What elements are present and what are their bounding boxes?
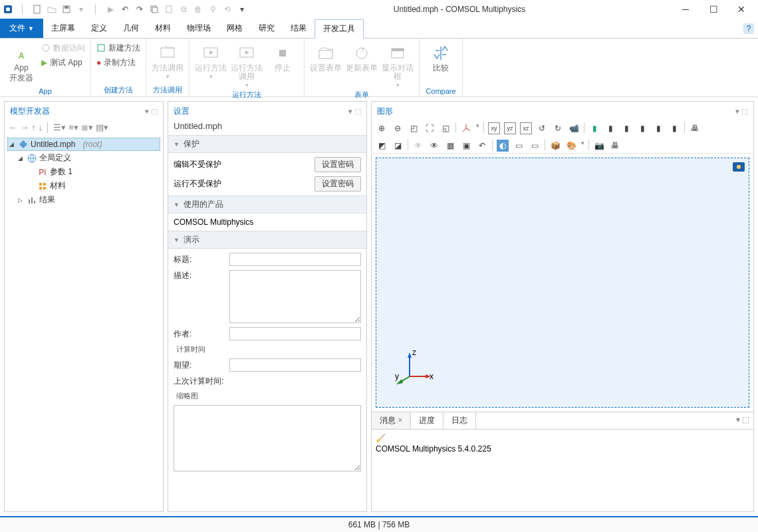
section-protect[interactable]: ▼保护: [168, 135, 366, 153]
tree-root[interactable]: ◢Untitled.mph (root): [7, 138, 160, 151]
tab-messages[interactable]: 消息 ×: [372, 412, 411, 429]
hide-icon[interactable]: 👁: [412, 140, 424, 152]
view-xz-icon[interactable]: xz: [520, 122, 532, 134]
play-icon[interactable]: ▶: [105, 4, 116, 15]
zoom-sel-icon[interactable]: ◱: [440, 122, 451, 134]
snapshot-icon[interactable]: 📷: [593, 140, 605, 152]
view-xy-icon[interactable]: xy: [488, 122, 500, 134]
thumbnail-area[interactable]: [174, 405, 361, 471]
more-icon[interactable]: ▤▾: [96, 122, 108, 132]
rotate-ccw-icon[interactable]: ↺: [536, 122, 548, 134]
duplicate-icon[interactable]: ⧉: [178, 4, 189, 15]
menu-physics[interactable]: 物理场: [179, 19, 219, 38]
file-menu[interactable]: 文件 ▼: [0, 19, 43, 38]
set-password-edit-button[interactable]: 设置密码: [315, 157, 361, 172]
open-icon[interactable]: [47, 4, 57, 15]
close-button[interactable]: ✕: [727, 1, 755, 17]
find-icon[interactable]: ⚲: [207, 4, 218, 15]
new-method-button[interactable]: 新建方法: [96, 41, 140, 55]
save-icon[interactable]: [61, 4, 72, 15]
rotate-cw-icon[interactable]: ↻: [552, 122, 564, 134]
stop-button[interactable]: 停止: [267, 41, 299, 72]
menu-materials[interactable]: 材料: [147, 19, 179, 38]
axis-3d-icon[interactable]: [460, 122, 472, 134]
trans-icon[interactable]: ▦: [444, 140, 456, 152]
zoom-out-icon[interactable]: ⊖: [392, 122, 404, 134]
show-icon[interactable]: ☰▾: [53, 122, 66, 132]
print-icon[interactable]: 🖶: [689, 122, 701, 134]
nav-back-icon[interactable]: ←: [9, 122, 17, 132]
model-builder-toolbar[interactable]: ←→↑↓ │ ☰▾≡▾≣▾▤▾: [5, 121, 163, 136]
method-call-button[interactable]: 方法调用▾: [152, 41, 184, 80]
tree-params[interactable]: Pi参数 1: [7, 165, 160, 179]
delete-icon[interactable]: 🗑: [193, 4, 203, 15]
view6-icon[interactable]: ▮: [668, 122, 680, 134]
view1-icon[interactable]: ▮: [588, 122, 600, 134]
paste-icon[interactable]: [164, 4, 174, 15]
expect-input[interactable]: [229, 358, 361, 372]
tab-log[interactable]: 日志: [443, 412, 476, 429]
panel-tools[interactable]: ▾ ⬚: [348, 107, 361, 116]
saveas-icon[interactable]: ▾: [76, 4, 86, 15]
author-input[interactable]: [229, 327, 361, 340]
view4-icon[interactable]: ▮: [636, 122, 648, 134]
view5-icon[interactable]: ▮: [652, 122, 664, 134]
panel-tools[interactable]: ▾ ⬚: [735, 107, 748, 116]
test-app-button[interactable]: ▶测试 App: [41, 56, 85, 69]
show-icon[interactable]: 👁: [428, 140, 440, 152]
setup-form-button[interactable]: 设置表单: [310, 41, 342, 72]
select-icon[interactable]: ◩: [376, 140, 388, 152]
scene-icon[interactable]: ▭: [513, 140, 525, 152]
copy-icon[interactable]: [149, 4, 160, 15]
redo-icon[interactable]: ↷: [134, 4, 145, 15]
view3-icon[interactable]: ▮: [620, 122, 632, 134]
tree-materials[interactable]: 材料: [7, 179, 160, 193]
panel-tools[interactable]: ▾ ⬚: [145, 107, 158, 116]
app-builder-button[interactable]: A App开发器: [5, 41, 37, 82]
scene2-icon[interactable]: ▭: [529, 140, 541, 152]
zoom-in-icon[interactable]: ⊕: [376, 122, 388, 134]
tab-progress[interactable]: 进度: [411, 412, 443, 429]
wire-icon[interactable]: ▣: [460, 140, 472, 152]
menu-results[interactable]: 结果: [283, 19, 315, 38]
update-form-button[interactable]: 更新表单: [346, 41, 378, 72]
record-method-button[interactable]: ●录制方法: [96, 56, 140, 69]
help-icon[interactable]: ?: [743, 23, 754, 34]
nav-fwd-icon[interactable]: →: [20, 122, 29, 132]
graphics-canvas[interactable]: z x y: [376, 158, 749, 408]
section-products[interactable]: ▼使用的产品: [168, 196, 366, 213]
material-icon[interactable]: 📦: [549, 140, 561, 152]
undo-icon[interactable]: ↶: [120, 4, 130, 15]
qat-dropdown[interactable]: ▾: [237, 4, 247, 15]
set-password-run-button[interactable]: 设置密码: [315, 176, 361, 192]
new-icon[interactable]: [32, 4, 43, 15]
view-yz-icon[interactable]: yz: [504, 122, 516, 134]
light-icon[interactable]: ◐: [497, 140, 509, 152]
title-input[interactable]: [229, 253, 361, 266]
menu-devtools[interactable]: 开发工具: [315, 19, 364, 39]
print2-icon[interactable]: 🖶: [609, 140, 621, 152]
zoom-box-icon[interactable]: ◰: [408, 122, 420, 134]
tree-global[interactable]: ◢全局定义: [7, 151, 160, 165]
section-demo[interactable]: ▼演示: [168, 231, 366, 249]
clear-messages-icon[interactable]: 🧹: [376, 432, 749, 444]
nav-down-icon[interactable]: ↓: [39, 122, 43, 132]
data-access-button[interactable]: 数据访问: [41, 41, 85, 55]
tree-results[interactable]: ▷结果: [7, 193, 160, 207]
menu-study[interactable]: 研究: [251, 19, 283, 38]
menu-definitions[interactable]: 定义: [83, 19, 115, 38]
reset-icon[interactable]: ↶: [476, 140, 488, 152]
view2-icon[interactable]: ▮: [604, 122, 616, 134]
menu-geometry[interactable]: 几何: [115, 19, 147, 38]
menu-home[interactable]: 主屏幕: [43, 19, 83, 38]
compare-button[interactable]: 比较: [425, 41, 457, 72]
minimize-button[interactable]: ─: [672, 1, 699, 17]
run-method-call-button[interactable]: 运行方法调用▾: [231, 41, 263, 89]
filter-icon[interactable]: ≡▾: [68, 122, 78, 132]
nav-up-icon[interactable]: ↑: [31, 122, 36, 132]
history-icon[interactable]: ⟲: [222, 4, 233, 15]
camera-icon[interactable]: 📹: [568, 122, 580, 134]
desc-input[interactable]: [229, 270, 361, 323]
show-dialog-button[interactable]: 显示对话框▾: [382, 41, 414, 89]
messages-tools[interactable]: ▾ ⬚: [732, 412, 753, 429]
